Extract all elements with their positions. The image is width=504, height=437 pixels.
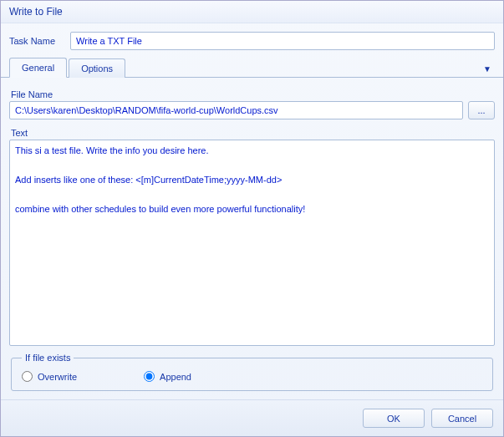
file-name-label: File Name xyxy=(11,89,495,99)
dialog-buttons: OK Cancel xyxy=(1,399,503,436)
radio-append[interactable]: Append xyxy=(144,371,191,382)
browse-button[interactable]: ... xyxy=(468,101,495,119)
task-name-row: Task Name xyxy=(1,23,503,57)
radio-overwrite-input[interactable] xyxy=(22,371,33,382)
tabs-dropdown-icon[interactable]: ▼ xyxy=(483,64,491,77)
radio-append-input[interactable] xyxy=(144,371,155,382)
radio-overwrite-label: Overwrite xyxy=(38,372,77,382)
ok-button[interactable]: OK xyxy=(363,409,425,428)
tabs: General Options ▼ xyxy=(1,57,503,78)
file-name-row: ... xyxy=(9,101,495,119)
radio-overwrite[interactable]: Overwrite xyxy=(22,371,77,382)
tab-content-general: File Name ... Text If file exists Overwr… xyxy=(1,78,503,399)
file-name-input[interactable] xyxy=(9,101,463,119)
radio-append-label: Append xyxy=(160,372,191,382)
task-name-label: Task Name xyxy=(9,36,55,46)
tab-options[interactable]: Options xyxy=(69,58,125,78)
write-to-file-dialog: Write to File Task Name General Options … xyxy=(0,0,504,437)
radio-row: Overwrite Append xyxy=(22,371,482,382)
if-file-exists-legend: If file exists xyxy=(22,353,74,363)
tab-general[interactable]: General xyxy=(9,58,67,78)
text-input[interactable] xyxy=(9,140,495,346)
task-name-input[interactable] xyxy=(70,32,495,50)
dialog-title: Write to File xyxy=(1,1,503,23)
text-label: Text xyxy=(11,128,495,138)
if-file-exists-group: If file exists Overwrite Append xyxy=(11,353,493,391)
cancel-button[interactable]: Cancel xyxy=(431,409,493,428)
